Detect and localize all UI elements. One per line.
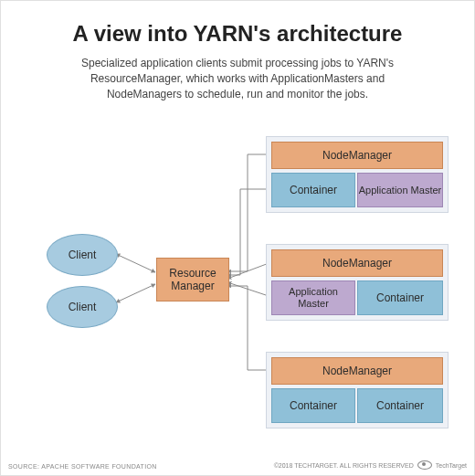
container-label: Container (376, 291, 424, 304)
node-manager-label: NodeManager (322, 365, 392, 377)
client-label: Client (69, 301, 97, 313)
container-label: Container (290, 399, 337, 412)
node-manager-node: NodeManager (271, 142, 443, 169)
application-master-label: Application Master (359, 185, 442, 196)
node-manager-node: NodeManager (271, 357, 443, 385)
diagram-subtitle: Specialized application clients submit p… (56, 56, 419, 101)
node-manager-node: NodeManager (271, 249, 443, 277)
application-master-label: Application Master (272, 286, 354, 309)
application-master-node: Application Master (357, 173, 443, 207)
client-node: Client (47, 234, 118, 276)
client-node: Client (47, 286, 118, 328)
application-master-node: Application Master (271, 280, 355, 315)
container-node: Container (357, 280, 443, 315)
resource-manager-node: Resource Manager (156, 258, 229, 301)
node-manager-label: NodeManager (322, 257, 392, 270)
footer-brand: ©2018 TECHTARGET. ALL RIGHTS RESERVED Te… (274, 460, 467, 470)
container-node: Container (271, 173, 355, 207)
resource-manager-label: Resource Manager (157, 267, 228, 293)
client-label: Client (69, 249, 97, 261)
diagram-canvas: A view into YARN's architecture Speciali… (0, 0, 475, 476)
diagram-title: A view into YARN's architecture (1, 21, 474, 47)
container-label: Container (376, 399, 424, 412)
container-node: Container (271, 388, 355, 423)
container-node: Container (357, 388, 443, 423)
footer-source-text: SOURCE: APACHE SOFTWARE FOUNDATION (8, 463, 157, 470)
techtarget-logo-icon (417, 460, 432, 470)
container-label: Container (290, 184, 337, 196)
footer-brand-text: TechTarget (436, 462, 467, 469)
footer-rights-text: ©2018 TECHTARGET. ALL RIGHTS RESERVED (274, 462, 414, 469)
footer-source: SOURCE: APACHE SOFTWARE FOUNDATION (8, 463, 157, 470)
node-manager-label: NodeManager (322, 149, 392, 162)
